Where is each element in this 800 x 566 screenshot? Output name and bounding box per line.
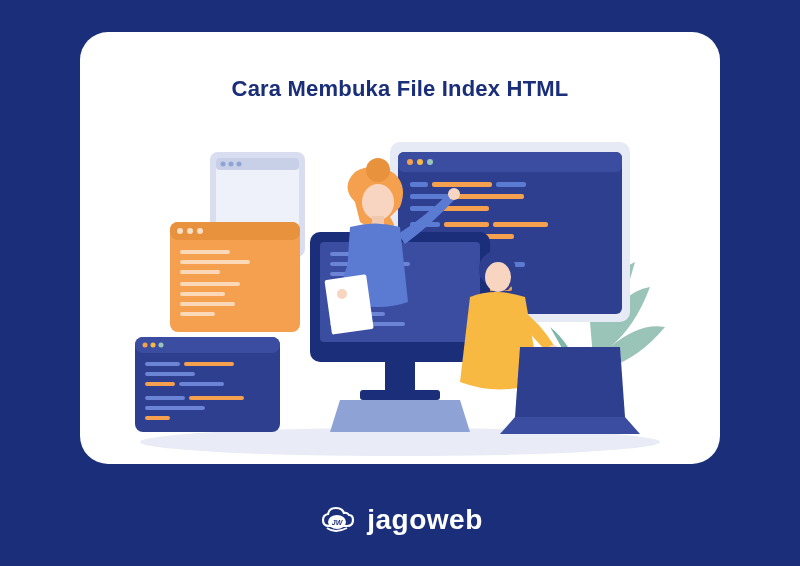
svg-rect-8 bbox=[432, 182, 492, 187]
svg-point-76 bbox=[485, 262, 511, 292]
svg-point-5 bbox=[417, 159, 423, 165]
svg-rect-43 bbox=[180, 302, 235, 306]
svg-point-58 bbox=[143, 343, 148, 348]
svg-point-4 bbox=[407, 159, 413, 165]
svg-rect-54 bbox=[385, 362, 415, 392]
svg-rect-15 bbox=[444, 222, 489, 227]
svg-rect-74 bbox=[324, 274, 373, 334]
svg-rect-40 bbox=[180, 270, 220, 274]
svg-rect-67 bbox=[189, 396, 244, 400]
svg-point-59 bbox=[151, 343, 156, 348]
svg-rect-61 bbox=[145, 362, 180, 366]
svg-point-31 bbox=[229, 162, 234, 167]
svg-point-71 bbox=[362, 184, 394, 220]
svg-rect-44 bbox=[180, 312, 215, 316]
svg-rect-63 bbox=[145, 372, 195, 376]
content-card: Cara Membuka File Index HTML bbox=[80, 32, 720, 464]
browser-window-left bbox=[170, 222, 300, 332]
svg-point-35 bbox=[177, 228, 183, 234]
svg-point-75 bbox=[337, 289, 347, 299]
svg-rect-69 bbox=[145, 416, 170, 420]
svg-point-36 bbox=[187, 228, 193, 234]
svg-point-73 bbox=[448, 188, 460, 200]
svg-rect-16 bbox=[493, 222, 548, 227]
cloud-badge-icon: JW bbox=[317, 504, 357, 536]
svg-point-6 bbox=[427, 159, 433, 165]
svg-rect-41 bbox=[180, 282, 240, 286]
svg-rect-64 bbox=[145, 382, 175, 386]
svg-rect-38 bbox=[180, 250, 230, 254]
brand-name: jagoweb bbox=[367, 504, 483, 536]
svg-rect-57 bbox=[135, 337, 280, 353]
svg-rect-65 bbox=[179, 382, 224, 386]
svg-rect-39 bbox=[180, 260, 250, 264]
terminal-window bbox=[135, 337, 280, 432]
svg-rect-62 bbox=[184, 362, 234, 366]
svg-point-60 bbox=[159, 343, 164, 348]
laptop bbox=[500, 347, 640, 434]
svg-point-70 bbox=[366, 158, 390, 182]
svg-rect-9 bbox=[496, 182, 526, 187]
card-title: Cara Membuka File Index HTML bbox=[80, 76, 720, 102]
hero-illustration bbox=[80, 122, 720, 464]
svg-point-32 bbox=[237, 162, 242, 167]
svg-point-37 bbox=[197, 228, 203, 234]
svg-point-30 bbox=[221, 162, 226, 167]
svg-rect-42 bbox=[180, 292, 225, 296]
svg-rect-7 bbox=[410, 182, 428, 187]
svg-rect-11 bbox=[454, 194, 524, 199]
svg-rect-66 bbox=[145, 396, 185, 400]
svg-rect-29 bbox=[216, 158, 299, 170]
svg-rect-68 bbox=[145, 406, 205, 410]
svg-rect-55 bbox=[360, 390, 440, 400]
svg-text:JW: JW bbox=[332, 519, 344, 526]
brand-footer: JW jagoweb bbox=[0, 504, 800, 536]
coding-illustration bbox=[80, 122, 720, 464]
